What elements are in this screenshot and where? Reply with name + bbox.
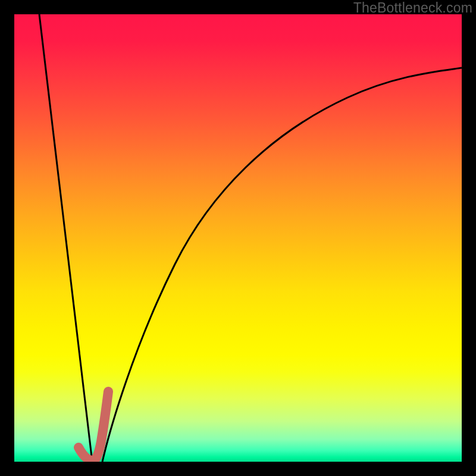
watermark-text: TheBottleneck.com [353, 0, 472, 16]
plot-area [14, 14, 462, 462]
chart-frame: TheBottleneck.com [0, 0, 476, 476]
right-curve [102, 68, 462, 462]
left-line [39, 14, 92, 462]
accent-hook [79, 392, 108, 461]
chart-curves [14, 14, 462, 462]
